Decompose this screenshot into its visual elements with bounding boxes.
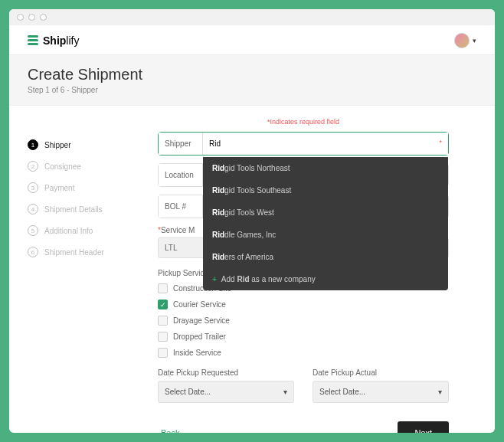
form-main: *Indicates required field Shipper * Ridg… bbox=[158, 118, 449, 417]
avatar-icon bbox=[454, 33, 470, 48]
step-sidebar: 1Shipper2Consignee3Payment4Shipment Deta… bbox=[28, 118, 135, 417]
checkbox-icon bbox=[158, 332, 168, 342]
topbar: Shiplify ▾ bbox=[9, 25, 495, 55]
step-label: Shipment Header bbox=[44, 248, 104, 257]
checkbox-icon bbox=[158, 348, 168, 358]
plus-icon: + bbox=[212, 275, 217, 283]
step-label: Additional Info bbox=[44, 227, 93, 235]
bol-label: BOL # bbox=[159, 195, 203, 218]
brand-prefix: Ship bbox=[43, 34, 66, 47]
sidebar-step-shipment-header[interactable]: 6Shipment Header bbox=[28, 247, 135, 257]
user-menu[interactable]: ▾ bbox=[454, 33, 476, 48]
checkbox-label: Inside Service bbox=[173, 349, 221, 357]
page-header: Create Shipment Step 1 of 6 - Shipper bbox=[9, 55, 495, 106]
shipper-label: Shipper bbox=[159, 133, 203, 155]
shipper-autocomplete-dropdown: Ridgid Tools NortheastRidgid Tools South… bbox=[203, 157, 448, 290]
autocomplete-option[interactable]: Ridgid Tools Northeast bbox=[203, 157, 448, 179]
date-requested-select[interactable]: Select Date...▾ bbox=[158, 381, 294, 403]
step-label: Shipper bbox=[44, 141, 70, 149]
sidebar-step-consignee[interactable]: 2Consignee bbox=[28, 161, 135, 172]
shipper-input[interactable] bbox=[203, 133, 448, 155]
step-number: 6 bbox=[28, 247, 38, 257]
chevron-down-icon: ▾ bbox=[283, 388, 287, 396]
window-dot[interactable] bbox=[28, 14, 35, 21]
pickup-option[interactable]: Drayage Service bbox=[158, 316, 449, 326]
step-number: 3 bbox=[28, 182, 38, 193]
app-window: Shiplify ▾ Create Shipment Step 1 of 6 -… bbox=[9, 9, 495, 433]
next-button[interactable]: Next bbox=[398, 421, 449, 433]
window-dot[interactable] bbox=[17, 14, 24, 21]
autocomplete-add-new[interactable]: +Add Rid as a new company bbox=[203, 268, 448, 290]
step-number: 1 bbox=[28, 139, 38, 150]
date-actual-label: Date Pickup Actual bbox=[313, 368, 449, 377]
content: 1Shipper2Consignee3Payment4Shipment Deta… bbox=[9, 106, 495, 433]
dates-row: Date Pickup Requested Select Date...▾ Da… bbox=[158, 368, 449, 403]
checkbox-label: Courier Service bbox=[173, 300, 226, 309]
shipper-field-row: Shipper * Ridgid Tools NortheastRidgid T… bbox=[158, 132, 449, 156]
step-indicator: Step 1 of 6 - Shipper bbox=[28, 86, 476, 94]
date-placeholder: Select Date... bbox=[319, 388, 365, 396]
pickup-option[interactable]: ✓Courier Service bbox=[158, 300, 449, 309]
sidebar-step-shipper[interactable]: 1Shipper bbox=[28, 139, 135, 150]
autocomplete-option[interactable]: Riddle Games, Inc bbox=[203, 224, 448, 246]
chevron-down-icon: ▾ bbox=[438, 388, 442, 396]
date-requested-label: Date Pickup Requested bbox=[158, 368, 294, 377]
pickup-option[interactable]: Inside Service bbox=[158, 348, 449, 358]
sidebar-step-payment[interactable]: 3Payment bbox=[28, 182, 135, 193]
step-label: Shipment Details bbox=[44, 205, 103, 214]
sidebar-step-additional-info[interactable]: 5Additional Info bbox=[28, 225, 135, 236]
back-button[interactable]: Back bbox=[158, 421, 182, 433]
window-titlebar bbox=[9, 9, 495, 25]
checkbox-icon: ✓ bbox=[158, 300, 168, 309]
autocomplete-option[interactable]: Ridgid Tools Southeast bbox=[203, 179, 448, 201]
location-label: Location bbox=[159, 164, 203, 186]
window-dot[interactable] bbox=[40, 14, 47, 21]
brand[interactable]: Shiplify bbox=[28, 34, 79, 47]
autocomplete-option[interactable]: Riders of America bbox=[203, 246, 448, 268]
step-number: 4 bbox=[28, 204, 38, 214]
step-number: 2 bbox=[28, 161, 38, 172]
date-actual-select[interactable]: Select Date...▾ bbox=[313, 381, 449, 403]
checkbox-icon bbox=[158, 283, 168, 293]
checkbox-label: Drayage Service bbox=[173, 316, 230, 325]
autocomplete-option[interactable]: Ridgid Tools West bbox=[203, 201, 448, 224]
step-number: 5 bbox=[28, 225, 38, 236]
step-label: Consignee bbox=[44, 162, 81, 171]
required-note: *Indicates required field bbox=[158, 118, 449, 126]
button-row: Back Next bbox=[158, 421, 449, 433]
step-label: Payment bbox=[44, 184, 74, 192]
checkbox-icon bbox=[158, 316, 168, 326]
brand-suffix: lify bbox=[66, 34, 79, 47]
page-title: Create Shipment bbox=[28, 66, 476, 83]
date-placeholder: Select Date... bbox=[165, 388, 211, 396]
date-actual-col: Date Pickup Actual Select Date...▾ bbox=[313, 368, 449, 403]
pickup-services-group: Construction Site✓Courier ServiceDrayage… bbox=[158, 283, 449, 358]
date-requested-col: Date Pickup Requested Select Date...▾ bbox=[158, 368, 294, 403]
brand-icon bbox=[28, 35, 38, 46]
chevron-down-icon: ▾ bbox=[473, 37, 476, 44]
required-star: * bbox=[439, 139, 442, 146]
checkbox-label: Dropped Trailer bbox=[173, 332, 226, 341]
sidebar-step-shipment-details[interactable]: 4Shipment Details bbox=[28, 204, 135, 214]
pickup-option[interactable]: Dropped Trailer bbox=[158, 332, 449, 342]
